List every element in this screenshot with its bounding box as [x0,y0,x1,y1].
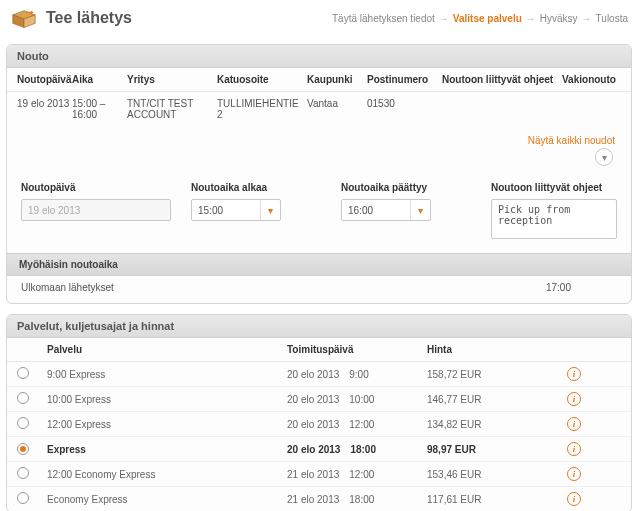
show-all-pickups-link[interactable]: Näytä kaikki noudot [528,135,615,146]
service-name: Economy Express [47,494,287,505]
col-date: Noutopäivä [17,74,72,85]
expand-toggle[interactable]: ▾ [595,148,613,166]
service-radio[interactable] [17,443,29,455]
date-label: Noutopäivä [21,182,171,193]
service-name: Express [47,444,287,455]
service-name: 12:00 Express [47,419,287,430]
cell-city: Vantaa [307,98,367,120]
col-price: Hinta [427,344,567,355]
pickup-panel-title: Nouto [7,45,631,68]
services-panel: Palvelut, kuljetusajat ja hinnat Palvelu… [6,314,632,511]
chevron-down-icon: ▾ [410,200,430,220]
breadcrumb-step-4[interactable]: Tulosta [596,13,628,24]
service-row[interactable]: Economy Express21 elo 201318:00117,61 EU… [7,487,631,511]
service-time: 12:00 [349,469,374,480]
service-date: 21 elo 2013 [287,494,339,505]
service-price: 98,97 EUR [427,444,567,455]
latest-pickup-label: Ulkomaan lähetykset [21,282,114,293]
pickup-start-select[interactable]: 15:00 ▾ [191,199,281,221]
breadcrumb: Täytä lähetyksen tiedot → Valitse palvel… [332,13,628,24]
chevron-down-icon: ▾ [260,200,280,220]
instr-label: Noutoon liittyvät ohjeet [491,182,617,193]
info-icon[interactable]: i [567,442,581,456]
latest-pickup-header: Myöhäisin noutoaika [7,253,631,276]
service-row[interactable]: 9:00 Express20 elo 20139:00158,72 EURi [7,362,631,387]
info-icon[interactable]: i [567,392,581,406]
col-postal: Postinumero [367,74,442,85]
pickup-end-select[interactable]: 16:00 ▾ [341,199,431,221]
service-time: 9:00 [349,369,368,380]
service-date: 20 elo 2013 [287,444,340,455]
service-radio[interactable] [17,492,29,504]
cell-company: TNT/CIT TEST ACCOUNT [127,98,217,120]
service-date: 20 elo 2013 [287,394,339,405]
service-row[interactable]: 10:00 Express20 elo 201310:00146,77 EURi [7,387,631,412]
service-radio[interactable] [17,367,29,379]
service-row[interactable]: 12:00 Economy Express21 elo 201312:00153… [7,462,631,487]
pickup-instructions-input[interactable] [491,199,617,239]
service-radio[interactable] [17,467,29,479]
latest-pickup-value: 17:00 [546,282,571,293]
service-date: 20 elo 2013 [287,369,339,380]
breadcrumb-step-2[interactable]: Valitse palvelu [453,13,522,24]
col-delivery: Toimituspäivä [287,344,427,355]
service-price: 117,61 EUR [427,494,567,505]
service-price: 146,77 EUR [427,394,567,405]
col-company: Yritys [127,74,217,85]
service-price: 153,46 EUR [427,469,567,480]
service-time: 18:00 [349,494,374,505]
pickup-panel: Nouto Noutopäivä Aika Yritys Katuosoite … [6,44,632,304]
service-name: 10:00 Express [47,394,287,405]
pickup-date-input[interactable]: 19 elo 2013 [21,199,171,221]
end-label: Noutoaika päättyy [341,182,471,193]
breadcrumb-step-3[interactable]: Hyväksy [540,13,578,24]
info-icon[interactable]: i [567,467,581,481]
pickup-row[interactable]: 19 elo 2013 15:00 – 16:00 TNT/CIT TEST A… [7,92,631,130]
col-street: Katuosoite [217,74,307,85]
col-service: Palvelu [47,344,287,355]
service-price: 158,72 EUR [427,369,567,380]
chevron-down-icon: ▾ [602,152,607,163]
col-time: Aika [72,74,127,85]
service-name: 12:00 Economy Express [47,469,287,480]
start-label: Noutoaika alkaa [191,182,321,193]
service-radio[interactable] [17,392,29,404]
col-instr: Noutoon liittyvät ohjeet [442,74,562,85]
service-row[interactable]: 12:00 Express20 elo 201312:00134,82 EURi [7,412,631,437]
col-default: Vakionouto [562,74,632,85]
service-date: 20 elo 2013 [287,419,339,430]
chevron-right-icon: → [582,13,592,24]
chevron-right-icon: → [526,13,536,24]
info-icon[interactable]: i [567,367,581,381]
service-time: 18:00 [350,444,376,455]
service-time: 12:00 [349,419,374,430]
service-price: 134,82 EUR [427,419,567,430]
chevron-right-icon: → [439,13,449,24]
cell-street: TULLIMIEHENTIE 2 [217,98,307,120]
cell-date: 19 elo 2013 [17,98,72,120]
service-row[interactable]: Express20 elo 201318:0098,97 EURi [7,437,631,462]
cell-time: 15:00 – 16:00 [72,98,127,120]
col-city: Kaupunki [307,74,367,85]
box-icon [10,6,38,30]
services-panel-title: Palvelut, kuljetusajat ja hinnat [7,315,631,338]
service-radio[interactable] [17,417,29,429]
breadcrumb-step-1[interactable]: Täytä lähetyksen tiedot [332,13,435,24]
cell-postal: 01530 [367,98,442,120]
info-icon[interactable]: i [567,417,581,431]
info-icon[interactable]: i [567,492,581,506]
page-title: Tee lähetys [46,9,132,27]
service-time: 10:00 [349,394,374,405]
service-date: 21 elo 2013 [287,469,339,480]
service-name: 9:00 Express [47,369,287,380]
